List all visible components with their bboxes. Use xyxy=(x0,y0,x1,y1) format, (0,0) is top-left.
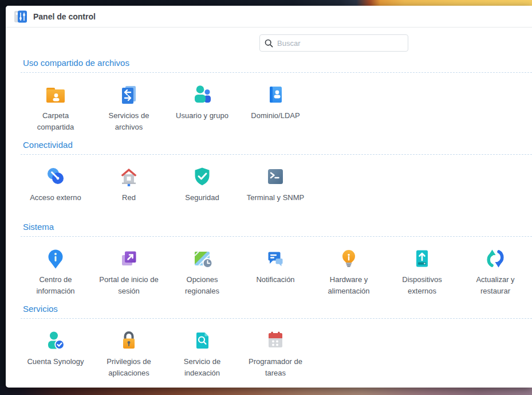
item-label: Notificación xyxy=(245,274,306,297)
item-label: Acceso externo xyxy=(25,192,86,215)
user-group-icon xyxy=(165,82,239,107)
app-privileges-icon xyxy=(92,328,165,353)
control-panel-app-icon xyxy=(14,10,27,24)
shared-folder-icon xyxy=(19,82,92,107)
section-items: Cuenta Synology Privilegios de aplicacio… xyxy=(6,328,532,379)
item-label: Hardware y alimentación xyxy=(318,274,379,297)
section-items: Acceso externo Red Seguridad Terminal y … xyxy=(6,164,532,215)
task-scheduler-icon xyxy=(239,328,312,353)
section-title: Uso compartido de archivos xyxy=(23,58,532,68)
file-services-icon xyxy=(92,82,165,107)
section-title: Servicios xyxy=(23,304,532,314)
window-title: Panel de control xyxy=(33,12,96,21)
item-indexing-service[interactable]: Servicio de indexación xyxy=(165,328,239,379)
indexing-service-icon xyxy=(165,328,239,353)
section-items: Centro de información Portal de inicio d… xyxy=(6,246,532,297)
search-input[interactable] xyxy=(277,39,403,48)
info-center-icon xyxy=(19,246,92,271)
item-synology-account[interactable]: Cuenta Synology xyxy=(19,328,92,379)
item-file-services[interactable]: Servicios de archivos xyxy=(92,82,165,133)
item-info-center[interactable]: Centro de información xyxy=(19,246,92,297)
item-label: Servicio de indexación xyxy=(172,356,232,379)
item-label: Portal de inicio de sesión xyxy=(98,274,159,297)
domain-ldap-icon xyxy=(239,82,312,107)
section-separator xyxy=(21,236,532,237)
item-notification[interactable]: Notificación xyxy=(239,246,312,297)
notification-icon xyxy=(239,246,312,271)
external-devices-icon xyxy=(385,246,459,271)
item-external-access[interactable]: Acceso externo xyxy=(19,164,92,215)
security-icon xyxy=(165,164,239,189)
sections-container: Uso compartido de archivos Carpeta compa… xyxy=(6,58,532,379)
item-label: Carpeta compartida xyxy=(25,110,86,133)
login-portal-icon xyxy=(92,246,165,271)
update-restore-icon xyxy=(459,246,532,271)
item-label: Privilegios de aplicaciones xyxy=(98,356,159,379)
section-items: Carpeta compartida Servicios de archivos… xyxy=(6,82,532,133)
terminal-snmp-icon xyxy=(239,164,312,189)
item-regional-options[interactable]: Opciones regionales xyxy=(165,246,239,297)
titlebar: Panel de control xyxy=(6,6,532,28)
desktop-background: Panel de control Uso compartido de archi… xyxy=(0,0,532,395)
section-separator xyxy=(21,72,532,73)
item-label: Dispositivos externos xyxy=(392,274,452,297)
item-login-portal[interactable]: Portal de inicio de sesión xyxy=(92,246,165,297)
section-separator xyxy=(21,318,532,319)
item-network[interactable]: Red xyxy=(92,164,165,215)
item-task-scheduler[interactable]: Programador de tareas xyxy=(239,328,312,379)
synology-account-icon xyxy=(19,328,92,353)
section-title: Conectividad xyxy=(23,140,532,150)
item-update-restore[interactable]: Actualizar y restaurar xyxy=(459,246,532,297)
item-label: Opciones regionales xyxy=(172,274,232,297)
item-domain-ldap[interactable]: Dominio/LDAP xyxy=(239,82,312,133)
section: Sistema Centro de información Portal de … xyxy=(6,222,532,297)
section-separator xyxy=(21,154,532,155)
item-label: Seguridad xyxy=(172,192,232,215)
item-terminal-snmp[interactable]: Terminal y SNMP xyxy=(239,164,312,215)
item-label: Centro de información xyxy=(25,274,86,297)
item-label: Programador de tareas xyxy=(245,356,306,379)
search-icon xyxy=(265,39,273,48)
search-box[interactable] xyxy=(259,34,408,52)
section: Conectividad Acceso externo Red Segurida… xyxy=(6,140,532,215)
hardware-power-icon xyxy=(312,246,385,271)
section-title: Sistema xyxy=(23,222,532,232)
item-label: Usuario y grupo xyxy=(172,110,232,133)
item-external-devices[interactable]: Dispositivos externos xyxy=(385,246,459,297)
section: Servicios Cuenta Synology Privilegios de… xyxy=(6,304,532,379)
section: Uso compartido de archivos Carpeta compa… xyxy=(6,58,532,133)
search-row xyxy=(6,34,532,52)
control-panel-window: Panel de control Uso compartido de archi… xyxy=(6,6,532,388)
item-shared-folder[interactable]: Carpeta compartida xyxy=(19,82,92,133)
item-security[interactable]: Seguridad xyxy=(165,164,239,215)
item-label: Servicios de archivos xyxy=(98,110,159,133)
regional-options-icon xyxy=(165,246,239,271)
item-label: Cuenta Synology xyxy=(25,356,86,379)
item-app-privileges[interactable]: Privilegios de aplicaciones xyxy=(92,328,165,379)
external-access-icon xyxy=(19,164,92,189)
network-icon xyxy=(92,164,165,189)
item-label: Actualizar y restaurar xyxy=(465,274,526,297)
item-hardware-power[interactable]: Hardware y alimentación xyxy=(312,246,385,297)
item-label: Dominio/LDAP xyxy=(245,110,306,133)
item-user-group[interactable]: Usuario y grupo xyxy=(165,82,239,133)
item-label: Terminal y SNMP xyxy=(245,192,306,215)
item-label: Red xyxy=(98,192,159,215)
